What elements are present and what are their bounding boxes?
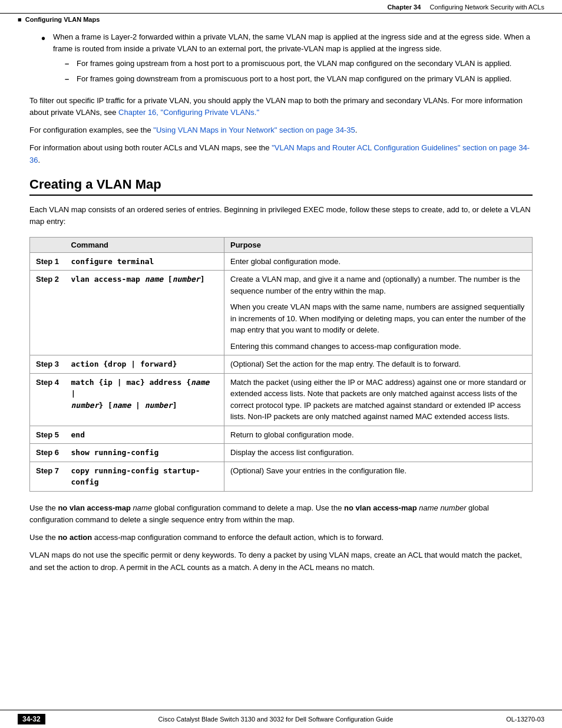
table-row: Step 1 configure terminal Enter global c…: [30, 252, 533, 271]
sub-bullet-text-2: For frames going downstream from a promi…: [77, 73, 511, 85]
bullet-dot: •: [41, 31, 51, 88]
note-para: To filter out specific IP traffic for a …: [29, 95, 533, 118]
no-vlan-italic-2: name number: [419, 503, 466, 512]
page-footer: 34-32 Cisco Catalyst Blade Switch 3130 a…: [0, 710, 562, 728]
step-label-3: Step 3: [30, 355, 65, 374]
step-command-7: copy running-config startup-config: [65, 462, 224, 491]
bullet-section: • When a frame is Layer-2 forwarded with…: [29, 31, 533, 88]
main-content: • When a frame is Layer-2 forwarded with…: [0, 25, 562, 627]
step-label-7: Step 7: [30, 462, 65, 491]
table-row: Step 5 end Return to global configuratio…: [30, 426, 533, 444]
table-row: Step 3 action {drop | forward} (Optional…: [30, 355, 533, 374]
sub-bullets: – For frames going upstream from a host …: [53, 58, 533, 84]
command-code-4: match {ip | mac} address {name |number} …: [71, 378, 210, 410]
post-para-2: Use the no action access-map configurati…: [29, 532, 533, 543]
header-sep: [422, 4, 428, 11]
breadcrumb-text: Configuring VLAN Maps: [25, 16, 100, 23]
no-vlan-bold-2: no vlan access-map: [344, 503, 417, 512]
footer-doc-num: OL-13270-03: [506, 716, 544, 723]
step-command-6: show running-config: [65, 444, 224, 462]
step-command-5: end: [65, 426, 224, 444]
step-label-4: Step 4: [30, 373, 65, 426]
step-command-2: vlan access-map name [number]: [65, 271, 224, 355]
table-row: Step 4 match {ip | mac} address {name |n…: [30, 373, 533, 426]
step-label-2: Step 2: [30, 271, 65, 355]
command-code-1: configure terminal: [71, 257, 154, 266]
no-vlan-italic-1: name: [133, 503, 153, 512]
command-code-7: copy running-config startup-config: [71, 466, 200, 487]
router-acls-para: For information about using both router …: [29, 142, 533, 166]
step-purpose-6: Display the access list configuration.: [224, 444, 533, 462]
table-row: Step 2 vlan access-map name [number] Cre…: [30, 271, 533, 355]
step-label-5: Step 5: [30, 426, 65, 444]
page-container: Chapter 34 Configuring Network Security …: [0, 0, 562, 728]
page-header: Chapter 34 Configuring Network Security …: [0, 0, 562, 14]
no-action-bold: no action: [58, 533, 92, 542]
bullet-text-1: When a frame is Layer-2 forwarded within…: [53, 31, 533, 88]
post-para-3: VLAN maps do not use the specific permit…: [29, 549, 533, 573]
table-row: Step 7 copy running-config startup-confi…: [30, 462, 533, 491]
footer-center-text: Cisco Catalyst Blade Switch 3130 and 303…: [45, 716, 506, 723]
step-purpose-7: (Optional) Save your entries in the conf…: [224, 462, 533, 491]
intro-para: Each VLAN map consists of an ordered ser…: [29, 204, 533, 228]
breadcrumb: ■ Configuring VLAN Maps: [0, 14, 562, 25]
post-para-1: Use the no vlan access-map name global c…: [29, 502, 533, 526]
config-examples-para: For configuration examples, see the "Usi…: [29, 124, 533, 136]
step-purpose-4: Match the packet (using either the IP or…: [224, 373, 533, 426]
command-code-3: action {drop | forward}: [71, 360, 177, 368]
command-code-6: show running-config: [71, 448, 159, 457]
command-code-5: end: [71, 430, 85, 439]
command-code-2: vlan access-map name [number]: [71, 275, 205, 284]
config-examples-link[interactable]: "Using VLAN Maps in Your Network" sectio…: [153, 126, 355, 134]
step-label-6: Step 6: [30, 444, 65, 462]
sub-dash-1: –: [65, 58, 74, 70]
header-chapter: Chapter 34: [387, 4, 421, 11]
table-row: Step 6 show running-config Display the a…: [30, 444, 533, 462]
private-vlan-link[interactable]: Chapter 16, "Configuring Private VLANs.": [118, 108, 259, 117]
header-right: Chapter 34 Configuring Network Security …: [387, 4, 544, 11]
no-vlan-bold-1: no vlan access-map: [58, 503, 131, 512]
sub-bullet-2: – For frames going downstream from a pro…: [65, 73, 533, 85]
col-command-header: Command: [65, 237, 224, 252]
bullet-item-1: • When a frame is Layer-2 forwarded with…: [41, 31, 533, 88]
step-purpose-2: Create a VLAN map, and give it a name an…: [224, 271, 533, 355]
step-purpose-5: Return to global configuration mode.: [224, 426, 533, 444]
steps-table: Command Purpose Step 1 configure termina…: [29, 237, 533, 492]
sub-dash-2: –: [65, 73, 74, 85]
step-command-3: action {drop | forward}: [65, 355, 224, 374]
sub-bullet-text-1: For frames going upstream from a host po…: [77, 58, 512, 70]
footer-page-num: 34-32: [18, 714, 45, 724]
step-purpose-1: Enter global configuration mode.: [224, 252, 533, 271]
col-step-header: [30, 237, 65, 252]
step-command-1: configure terminal: [65, 252, 224, 271]
col-purpose-header: Purpose: [224, 237, 533, 252]
step-label-1: Step 1: [30, 252, 65, 271]
section-heading: Creating a VLAN Map: [29, 177, 533, 196]
step-purpose-3: (Optional) Set the action for the map en…: [224, 355, 533, 374]
sub-bullet-1: – For frames going upstream from a host …: [65, 58, 533, 70]
header-title: Configuring Network Security with ACLs: [430, 4, 544, 11]
step-command-4: match {ip | mac} address {name |number} …: [65, 373, 224, 426]
bullet1-text: When a frame is Layer-2 forwarded within…: [53, 32, 530, 53]
